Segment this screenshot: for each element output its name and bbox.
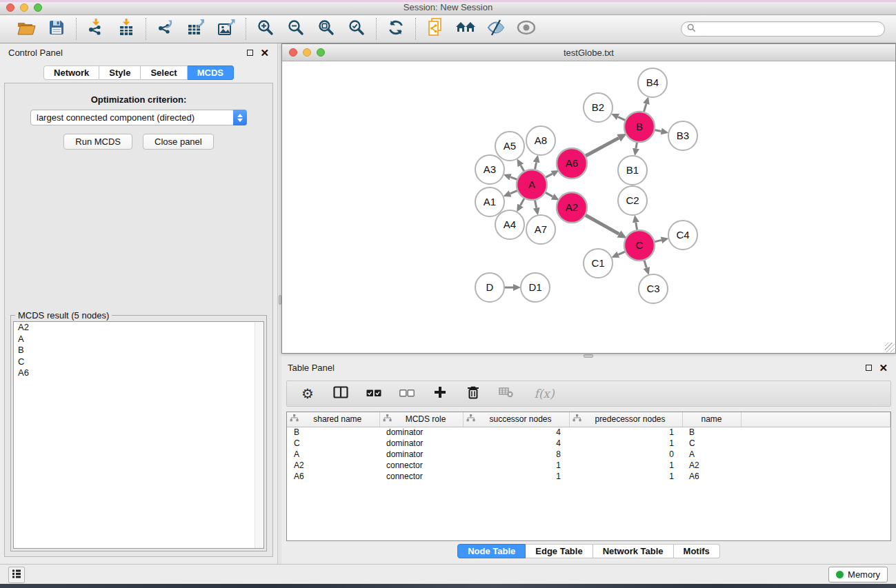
zoom-fit-button[interactable] — [315, 18, 337, 40]
graph-node-label-A3: A3 — [484, 163, 496, 175]
table-cell[interactable]: A6 — [682, 471, 741, 482]
criterion-dropdown[interactable]: largest connected component (directed) — [30, 110, 247, 125]
import-table-button[interactable] — [115, 18, 137, 40]
column-header[interactable]: name — [682, 412, 741, 427]
export-table-button[interactable] — [185, 18, 207, 40]
splitter-handle[interactable] — [584, 354, 593, 358]
delete-column-button[interactable] — [465, 385, 481, 402]
table-row[interactable]: A6connector11A6 — [287, 471, 890, 482]
zoom-in-button[interactable] — [255, 18, 277, 40]
run-mcds-button[interactable]: Run MCDS — [63, 134, 132, 150]
new-network-from-selection-button[interactable] — [424, 18, 446, 40]
table-cell[interactable]: A2 — [682, 460, 741, 471]
table-cell[interactable]: C — [682, 438, 741, 449]
tab-node-table[interactable]: Node Table — [457, 544, 526, 558]
table-row[interactable]: Adominator80A — [287, 449, 890, 460]
select-all-columns-button[interactable] — [366, 385, 382, 402]
home-network-button[interactable] — [455, 18, 477, 40]
node-table-header-row: shared nameMCDS rolesuccessor nodesprede… — [287, 412, 890, 427]
table-cell[interactable]: C — [287, 438, 379, 449]
float-panel-icon[interactable] — [247, 50, 253, 56]
table-cell[interactable]: B — [287, 427, 379, 438]
table-cell[interactable]: A6 — [287, 471, 379, 482]
close-panel-icon[interactable]: ✕ — [879, 363, 888, 373]
memory-button[interactable]: Memory — [828, 567, 888, 582]
float-panel-icon[interactable] — [866, 365, 872, 371]
search-field[interactable] — [681, 21, 885, 37]
delete-column-icon — [466, 385, 480, 402]
tab-select[interactable]: Select — [141, 65, 187, 80]
resize-grip-icon[interactable] — [885, 343, 895, 352]
table-toolbar: ⚙ f(x) — [286, 381, 891, 407]
table-row[interactable]: Cdominator41C — [287, 438, 890, 449]
tab-motifs[interactable]: Motifs — [674, 544, 720, 558]
settings-button[interactable]: ⚙ — [299, 385, 316, 402]
optimization-criterion-label: Optimization criterion: — [5, 94, 272, 105]
list-item[interactable]: C — [14, 356, 263, 368]
scrollbar[interactable] — [255, 322, 263, 548]
zoom-out-button[interactable] — [285, 18, 307, 40]
column-header[interactable]: successor nodes — [463, 412, 569, 427]
horizontal-splitter[interactable] — [281, 354, 896, 359]
tab-network[interactable]: Network — [43, 65, 99, 80]
list-item[interactable]: A2 — [14, 322, 263, 334]
table-cell[interactable]: connector — [379, 460, 463, 471]
close-panel-icon[interactable]: ✕ — [260, 48, 269, 58]
table-row[interactable]: A2connector11A2 — [287, 460, 890, 471]
node-table-body: Bdominator41BCdominator41CAdominator80AA… — [287, 427, 890, 482]
close-panel-button[interactable]: Close panel — [143, 134, 214, 150]
apply-layout-button[interactable] — [385, 18, 407, 40]
tab-style[interactable]: Style — [99, 65, 141, 80]
table-cell[interactable]: A — [682, 449, 741, 460]
list-item[interactable]: A — [14, 334, 263, 345]
hide-graphics-details-button[interactable] — [485, 18, 507, 40]
table-cell[interactable]: 1 — [569, 471, 682, 482]
open-session-button[interactable] — [15, 18, 37, 40]
tab-network-table[interactable]: Network Table — [593, 544, 674, 558]
table-cell[interactable]: 0 — [569, 449, 682, 460]
show-log-button[interactable] — [8, 567, 25, 583]
table-cell[interactable]: 1 — [463, 460, 569, 471]
list-item[interactable]: B — [14, 345, 263, 356]
table-cell[interactable]: dominator — [379, 438, 463, 449]
table-cell[interactable]: dominator — [379, 449, 463, 460]
table-cell[interactable]: 4 — [463, 438, 569, 449]
graph-edge-A2-C[interactable] — [584, 214, 619, 234]
network-graph[interactable]: AA1A2A3A4A5A6A7A8BB1B2B3B4CC1C2C3C4DD1 — [282, 61, 895, 353]
table-cell[interactable]: 1 — [569, 438, 682, 449]
column-header[interactable]: shared name — [287, 412, 379, 427]
list-item[interactable]: A6 — [14, 367, 263, 379]
graph-node-label-C3: C3 — [646, 283, 659, 294]
tab-mcds[interactable]: MCDS — [188, 65, 234, 80]
deselect-all-columns-button[interactable] — [399, 385, 415, 402]
split-view-button[interactable] — [332, 385, 349, 402]
table-row[interactable]: Bdominator41B — [287, 427, 890, 438]
apply-layout-icon — [387, 19, 405, 39]
network-canvas[interactable]: AA1A2A3A4A5A6A7A8BB1B2B3B4CC1C2C3C4DD1 — [282, 61, 895, 353]
column-header[interactable]: MCDS role — [379, 412, 463, 427]
table-cell[interactable]: connector — [379, 471, 463, 482]
network-window-title: testGlobe.txt — [282, 48, 895, 58]
search-input[interactable] — [699, 24, 879, 34]
table-cell[interactable]: 1 — [569, 460, 682, 471]
table-cell[interactable]: 4 — [463, 427, 569, 438]
birds-eye-view-button[interactable] — [515, 18, 537, 40]
table-cell[interactable]: 1 — [569, 427, 682, 438]
import-network-button[interactable] — [85, 18, 107, 40]
table-panel-tabs: Node Table Edge Table Network Table Moti… — [281, 544, 896, 558]
table-cell[interactable]: A — [287, 449, 379, 460]
column-header[interactable]: predecessor nodes — [569, 412, 682, 427]
table-cell[interactable]: B — [682, 427, 741, 438]
graph-edge-A6-B[interactable] — [584, 138, 619, 156]
save-session-button[interactable] — [46, 18, 68, 40]
table-cell[interactable]: dominator — [379, 427, 463, 438]
create-column-button[interactable] — [432, 385, 448, 402]
export-image-button[interactable] — [215, 18, 237, 40]
tab-edge-table[interactable]: Edge Table — [526, 544, 593, 558]
export-network-button[interactable] — [155, 18, 177, 40]
table-cell[interactable]: A2 — [287, 460, 379, 471]
graph-node-label-A5: A5 — [504, 140, 516, 152]
table-cell[interactable]: 1 — [463, 471, 569, 482]
zoom-selected-button[interactable] — [346, 18, 368, 40]
table-cell[interactable]: 8 — [463, 449, 569, 460]
